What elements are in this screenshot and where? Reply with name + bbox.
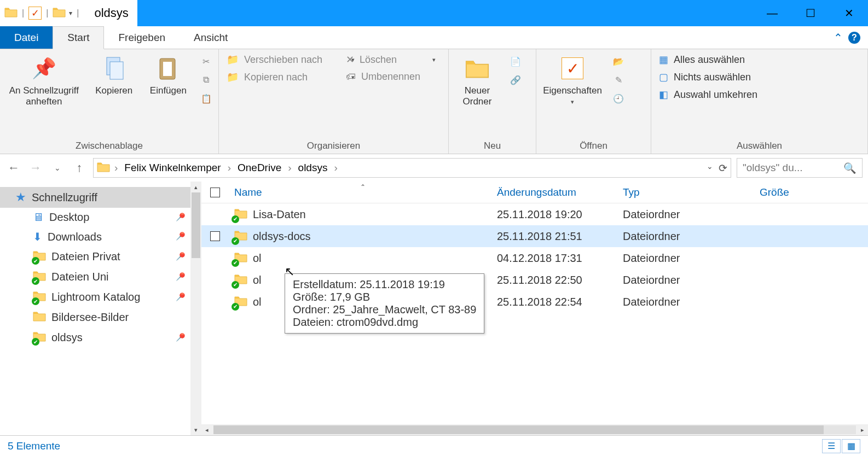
separator: |: [22, 8, 24, 18]
sidebar-item[interactable]: ⬇Downloads📍: [0, 227, 190, 247]
chevron-down-icon[interactable]: ⌄: [707, 162, 713, 174]
scroll-right-icon[interactable]: ▸: [857, 426, 868, 434]
tooltip: Erstelldatum: 25.11.2018 19:19 Größe: 17…: [285, 273, 484, 334]
chevron-right-icon[interactable]: ›: [333, 162, 338, 174]
properties-icon: ✓: [562, 54, 583, 83]
up-button[interactable]: ↑: [71, 160, 88, 176]
breadcrumb-item[interactable]: oldsys: [296, 162, 330, 174]
copy-button[interactable]: Kopieren: [89, 51, 139, 98]
thumbnails-view-button[interactable]: ▦: [842, 439, 860, 453]
rename-icon: 🏷: [346, 71, 356, 83]
scroll-down-icon[interactable]: ▾: [190, 424, 201, 435]
help-icon[interactable]: ?: [848, 32, 860, 44]
tab-start[interactable]: Start: [53, 26, 104, 49]
search-icon[interactable]: 🔍: [843, 162, 857, 174]
breadcrumb-item[interactable]: OneDrive: [235, 162, 283, 174]
select-all-checkbox[interactable]: [210, 188, 220, 197]
recent-locations-button[interactable]: ⌄: [49, 160, 66, 176]
navigation-pane: ★ Schnellzugriff 🖥Desktop📍⬇Downloads📍Dat…: [0, 182, 201, 435]
sidebar-item-quickaccess[interactable]: ★ Schnellzugriff: [0, 187, 190, 208]
pin-quickaccess-button[interactable]: 📌 An Schnellzugriff anheften: [3, 51, 85, 109]
folder-icon: [33, 331, 46, 344]
select-all-button[interactable]: ▦Alles auswählen: [655, 51, 791, 68]
breadcrumb-item[interactable]: Felix Winkelnkemper: [122, 162, 223, 174]
edit-icon[interactable]: ✎: [611, 72, 626, 87]
select-all-icon: ▦: [659, 54, 668, 66]
column-header-size[interactable]: Größe: [754, 186, 820, 198]
maximize-button[interactable]: ☐: [791, 0, 830, 26]
copy-path-icon[interactable]: ⧉: [199, 72, 214, 87]
details-view-button[interactable]: ☰: [822, 439, 841, 453]
invert-selection-button[interactable]: ◧Auswahl umkehren: [655, 86, 791, 103]
tab-share[interactable]: Freigeben: [104, 26, 180, 49]
window-title: oldsys: [85, 0, 137, 26]
select-none-button[interactable]: ▢Nichts auswählen: [655, 69, 791, 85]
tab-file[interactable]: Datei: [0, 26, 53, 49]
column-header-name[interactable]: ⌃Name: [229, 186, 491, 198]
forward-button[interactable]: →: [27, 160, 44, 176]
move-to-button[interactable]: 📁Verschieben nach▾: [222, 51, 359, 68]
sidebar-scrollbar[interactable]: ▴ ▾: [190, 182, 201, 435]
star-icon: ★: [15, 190, 26, 204]
folder-icon: [97, 161, 110, 175]
sidebar-item[interactable]: 🖥Desktop📍: [0, 208, 190, 227]
qat-checkmark-icon[interactable]: ✓: [28, 7, 42, 20]
qat-dropdown-icon[interactable]: ▾: [69, 9, 72, 17]
minimize-button[interactable]: —: [753, 0, 791, 26]
horizontal-scrollbar[interactable]: ◂ ▸: [201, 424, 868, 435]
folder-icon[interactable]: [53, 7, 66, 20]
pin-icon: 📍: [171, 329, 188, 346]
rename-button[interactable]: 🏷Umbenennen: [342, 69, 440, 85]
pin-icon: 📌: [32, 54, 56, 83]
sidebar-item[interactable]: Dateien Uni📍: [0, 267, 190, 287]
folder-icon: [33, 290, 46, 304]
chevron-right-icon[interactable]: ›: [113, 162, 119, 174]
delete-icon: ✕: [346, 54, 354, 66]
new-folder-button[interactable]: Neuer Ordner: [452, 51, 502, 109]
column-header-type[interactable]: Typ: [617, 186, 754, 198]
breadcrumb[interactable]: › Felix Winkelnkemper › OneDrive › oldsy…: [93, 158, 731, 178]
history-icon[interactable]: 🕘: [611, 91, 626, 106]
sidebar-item-label: Dateien Privat: [51, 250, 120, 263]
file-name: ol: [253, 274, 262, 287]
scroll-thumb[interactable]: [213, 425, 824, 434]
folder-icon: [234, 252, 247, 265]
pin-icon: 📍: [171, 248, 188, 265]
chevron-right-icon[interactable]: ›: [287, 162, 292, 174]
properties-button[interactable]: ✓ Eigenschaften ▾: [540, 51, 605, 108]
easy-access-icon[interactable]: 🔗: [508, 72, 523, 87]
folder-icon: [33, 311, 46, 324]
paste-shortcut-icon[interactable]: 📋: [199, 91, 214, 106]
tab-view[interactable]: Ansicht: [180, 26, 242, 49]
sidebar-item[interactable]: Dateien Privat📍: [0, 247, 190, 267]
column-header-date[interactable]: Änderungsdatum: [491, 186, 617, 198]
table-row[interactable]: ol04.12.2018 17:31Dateiordner: [201, 247, 868, 269]
chevron-right-icon[interactable]: ›: [227, 162, 232, 174]
cut-icon[interactable]: ✂: [199, 54, 214, 69]
table-row[interactable]: oldsys-docs25.11.2018 21:51Dateiordner: [201, 225, 868, 247]
sidebar-item[interactable]: Lightroom Katalog📍: [0, 287, 190, 307]
paste-button[interactable]: Einfügen: [143, 51, 193, 98]
download-icon: ⬇: [33, 230, 42, 243]
file-name: Lisa-Daten: [253, 208, 306, 221]
scroll-up-icon[interactable]: ▴: [190, 182, 201, 192]
search-input[interactable]: "oldsys" du... 🔍: [737, 158, 863, 178]
table-row[interactable]: Lisa-Daten25.11.2018 19:20Dateiordner: [201, 203, 868, 225]
ribbon-collapse-icon[interactable]: ⌃: [834, 31, 843, 44]
delete-button[interactable]: ✕Löschen▾: [342, 51, 440, 68]
paste-icon: [158, 54, 178, 83]
close-button[interactable]: ✕: [830, 0, 868, 26]
sidebar-item[interactable]: oldsys📍: [0, 328, 190, 348]
refresh-button[interactable]: ⟳: [719, 162, 727, 174]
address-bar: ← → ⌄ ↑ › Felix Winkelnkemper › OneDrive…: [0, 154, 868, 182]
scroll-thumb[interactable]: [192, 192, 200, 258]
back-button[interactable]: ←: [5, 160, 22, 176]
scroll-left-icon[interactable]: ◂: [201, 426, 212, 434]
sidebar-item-label: Downloads: [48, 231, 102, 243]
row-checkbox[interactable]: [210, 231, 220, 241]
sidebar-item[interactable]: Bildersee-Bilder: [0, 307, 190, 328]
open-icon[interactable]: 📂: [611, 54, 626, 69]
pin-icon: 📍: [171, 228, 188, 245]
copy-to-button[interactable]: 📁Kopieren nach▾: [222, 69, 359, 85]
new-item-icon[interactable]: 📄: [508, 54, 523, 69]
